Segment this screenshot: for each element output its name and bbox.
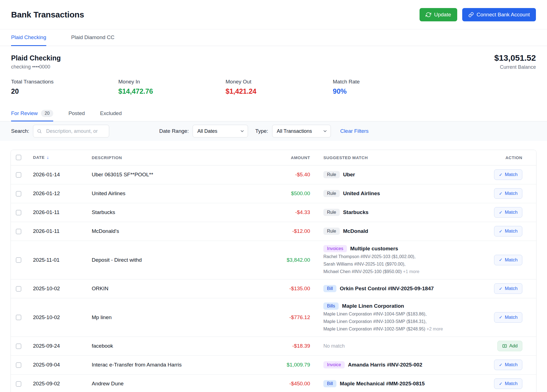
transaction-date: 2026-01-14 (29, 165, 87, 184)
action-button-label: Match (505, 210, 518, 215)
more-matches-label: +1 more (402, 269, 420, 274)
transaction-amount: $500.00 (262, 184, 312, 203)
row-checkbox-cell (11, 165, 29, 184)
transaction-description: Interac e-Transfer from Amanda Harris (87, 355, 262, 374)
row-checkbox[interactable] (16, 343, 21, 349)
action-cell: ✓Match (489, 279, 536, 298)
transactions-table: Date↓ Description Amount Suggested Match… (11, 150, 536, 392)
match-detail-line: Rachel Thompson #INV-2025-103 ($1,002.00… (323, 254, 485, 260)
account-name: Plaid Checking (11, 54, 61, 62)
action-button-label: Match (505, 191, 518, 196)
match-button[interactable]: ✓Match (494, 283, 522, 294)
match-button[interactable]: ✓Match (494, 169, 522, 180)
date-range-label: Date Range: (159, 128, 189, 134)
match-type-badge: Rule (323, 209, 340, 216)
row-checkbox[interactable] (16, 381, 21, 387)
transaction-row: 2025-10-02ORKIN-$135.00BillOrkin Pest Co… (11, 279, 536, 298)
match-name: Maple Linen Corporation (342, 303, 404, 309)
match-detail-line: Maple Linen Corporation #INV-1004-SMP ($… (323, 311, 485, 317)
transaction-description: Starbucks (87, 203, 262, 222)
add-button[interactable]: Add (497, 341, 522, 351)
column-header-suggested-match: Suggested Match (312, 150, 489, 165)
transaction-description: facebook (87, 337, 262, 355)
action-cell: ✓Match (489, 222, 536, 241)
connect-bank-account-button[interactable]: Connect Bank Account (462, 8, 536, 21)
transaction-date: 2025-09-02 (29, 374, 87, 392)
row-checkbox-cell (11, 355, 29, 374)
type-select-wrap: All Transactions (272, 125, 331, 138)
transaction-date: 2026-01-11 (29, 203, 87, 222)
transaction-date: 2025-10-02 (29, 279, 87, 298)
row-checkbox[interactable] (16, 172, 21, 178)
date-range-select[interactable]: All Dates (193, 125, 248, 138)
transaction-description: Mp linen (87, 298, 262, 337)
row-checkbox[interactable] (16, 210, 21, 215)
account-subtitle: checking ••••0000 (11, 64, 61, 70)
transaction-row: 2025-09-04Interac e-Transfer from Amanda… (11, 355, 536, 374)
match-name: United Airlines (343, 190, 380, 197)
match-type-badge: Rule (323, 190, 340, 197)
stat-money-out: Money Out $1,421.24 (226, 78, 333, 95)
suggested-match-cell: BillsMaple Linen CorporationMaple Linen … (312, 298, 489, 337)
type-select[interactable]: All Transactions (272, 125, 331, 138)
suggested-match-cell: BillOrkin Pest Control #INV-2025-09-1847 (312, 279, 489, 298)
row-checkbox[interactable] (16, 315, 21, 320)
suggested-match-cell: No match (312, 337, 489, 355)
transaction-amount: $1,009.79 (262, 355, 312, 374)
stat-label: Money In (118, 78, 226, 85)
tab-plaid-diamond-cc[interactable]: Plaid Diamond CC (71, 29, 114, 46)
match-button[interactable]: ✓Match (494, 207, 522, 218)
stat-value: $1,421.24 (226, 87, 333, 95)
match-button[interactable]: ✓Match (494, 378, 522, 389)
action-button-label: Match (505, 172, 518, 177)
update-button[interactable]: Update (420, 8, 457, 21)
match-type-badge: Bill (323, 285, 336, 292)
tab-plaid-checking[interactable]: Plaid Checking (11, 29, 46, 46)
tab-for-review[interactable]: For Review 20 (11, 106, 53, 121)
row-checkbox-cell (11, 337, 29, 355)
balance-label: Current Balance (494, 64, 536, 70)
transaction-amount: -$776.12 (262, 298, 312, 337)
row-checkbox[interactable] (16, 257, 21, 263)
search-box (33, 125, 109, 138)
row-checkbox-cell (11, 222, 29, 241)
search-icon (37, 129, 42, 135)
row-checkbox[interactable] (16, 362, 21, 368)
row-checkbox[interactable] (16, 191, 21, 197)
clear-filters-link[interactable]: Clear Filters (340, 128, 369, 134)
select-all-checkbox[interactable] (16, 155, 21, 160)
suggested-match-line: BillMaple Mechanical #MM-2025-0815 (323, 380, 485, 387)
column-header-description: Description (87, 150, 262, 165)
action-button-label: Add (509, 343, 518, 349)
stat-total-transactions: Total Transactions 20 (11, 78, 118, 95)
transaction-row: 2025-09-24facebook-$18.39No matchAdd (11, 337, 536, 355)
top-bar-actions: Update Connect Bank Account (420, 8, 536, 21)
row-checkbox[interactable] (16, 286, 21, 292)
match-button[interactable]: ✓Match (494, 360, 522, 370)
stat-value: 20 (11, 87, 118, 95)
match-detail-line: Maple Linen Corporation #INV-1002-SMP ($… (323, 326, 485, 332)
match-name: McDonald (343, 228, 368, 234)
table-header-row: Date↓ Description Amount Suggested Match… (11, 150, 536, 165)
check-icon: ✓ (499, 381, 502, 386)
match-type-badge: Rule (323, 171, 340, 178)
search-input[interactable] (33, 125, 109, 138)
transaction-row: 2025-10-02Mp linen-$776.12BillsMaple Lin… (11, 298, 536, 337)
match-button[interactable]: ✓Match (494, 188, 522, 199)
match-button[interactable]: ✓Match (494, 255, 522, 265)
column-header-amount: Amount (262, 150, 312, 165)
suggested-match-cell: RuleUnited Airlines (312, 184, 489, 203)
account-tabs: Plaid Checking Plaid Diamond CC (0, 29, 547, 46)
no-match-label: No match (323, 343, 345, 349)
row-checkbox[interactable] (16, 229, 21, 234)
suggested-match-line: RuleMcDonald (323, 228, 485, 235)
match-button[interactable]: ✓Match (494, 226, 522, 236)
suggested-match-cell: RuleStarbucks (312, 203, 489, 222)
tab-excluded[interactable]: Excluded (100, 106, 122, 121)
transaction-date: 2026-01-12 (29, 184, 87, 203)
column-header-date[interactable]: Date↓ (29, 150, 87, 165)
tab-posted[interactable]: Posted (68, 106, 85, 121)
stat-value: 90% (333, 87, 440, 95)
match-button[interactable]: ✓Match (494, 312, 522, 323)
row-checkbox-cell (11, 279, 29, 298)
